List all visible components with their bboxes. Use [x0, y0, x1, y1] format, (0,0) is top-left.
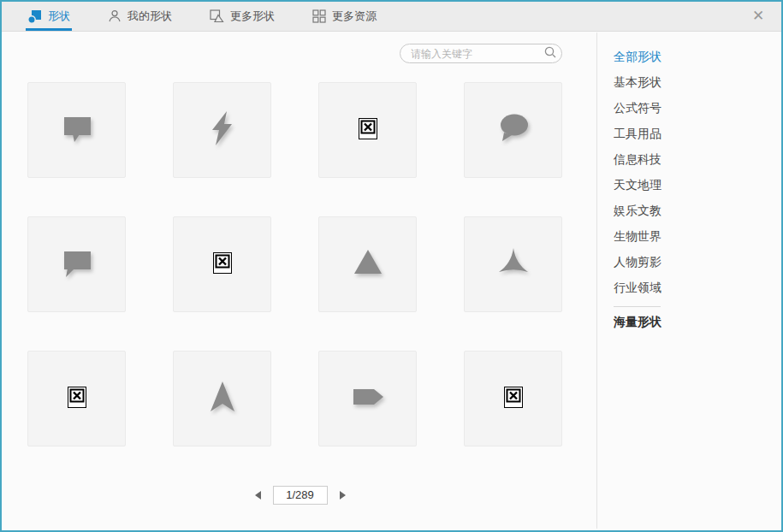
tab-more-resources[interactable]: 更多资源: [311, 2, 378, 31]
dart-arrow-up: [202, 376, 243, 421]
sidebar-category[interactable]: 公式符号: [597, 95, 780, 121]
sidebar-category[interactable]: 行业领域: [597, 275, 780, 300]
pagination: 1/289: [3, 486, 596, 505]
rect-callout-left: [56, 242, 98, 287]
sidebar-category[interactable]: 信息科技: [597, 146, 780, 172]
sidebar-category[interactable]: 基本形状: [597, 69, 780, 95]
pentagon-arrow-right: [347, 376, 389, 421]
shape-outline-icon: [210, 9, 224, 23]
tab-label: 我的形状: [128, 9, 172, 24]
missing-shape-placeholder: [213, 252, 232, 277]
person-icon: [108, 9, 122, 23]
shape-tile[interactable]: [464, 82, 562, 178]
tab-label: 形状: [48, 9, 70, 24]
sidebar-category[interactable]: 工具用品: [597, 121, 780, 146]
shape-tile[interactable]: [173, 216, 271, 312]
sidebar-category[interactable]: 人物剪影: [597, 249, 780, 275]
category-sidebar: 全部形状基本形状公式符号工具用品信息科技天文地理娱乐文教生物世界人物剪影行业领域…: [596, 33, 780, 529]
tricorn-concave-triangle: [493, 242, 534, 287]
sidebar-divider: [614, 306, 661, 307]
shape-tile[interactable]: [27, 351, 126, 446]
page-indicator[interactable]: 1/289: [273, 486, 328, 505]
search-box[interactable]: [400, 44, 562, 63]
prev-page-button[interactable]: [255, 491, 261, 499]
triangle-up: [347, 242, 389, 287]
shape-tile[interactable]: [173, 351, 271, 446]
lightning-bolt: [202, 108, 243, 152]
shape-tile[interactable]: [318, 216, 417, 312]
shape-tile[interactable]: [318, 351, 417, 446]
shape-grid: [27, 82, 562, 446]
tab-label: 更多资源: [332, 9, 377, 24]
main-panel: 1/289: [3, 33, 596, 529]
sidebar-category[interactable]: 娱乐文教: [597, 198, 780, 223]
missing-shape-placeholder: [504, 387, 523, 411]
window-body: 1/289 全部形状基本形状公式符号工具用品信息科技天文地理娱乐文教生物世界人物…: [3, 33, 780, 529]
shape-tile[interactable]: [464, 351, 562, 446]
shape-tile[interactable]: [464, 216, 562, 312]
close-icon[interactable]: ✕: [749, 7, 768, 26]
tab-label: 更多形状: [230, 9, 275, 24]
shape-tile[interactable]: [27, 216, 126, 312]
missing-shape-placeholder: [68, 387, 86, 411]
missing-shape-placeholder: [359, 118, 377, 143]
search-icon[interactable]: [543, 45, 557, 62]
sidebar-category[interactable]: 全部形状: [597, 44, 780, 69]
sidebar-category[interactable]: 天文地理: [597, 172, 780, 198]
oval-callout: [493, 108, 534, 152]
sidebar-item-massive-shapes[interactable]: 海量形状: [597, 309, 780, 334]
shape-library-window: 形状我的形状更多形状更多资源 ✕ 1/289 全部形状基本形状公式: [0, 0, 783, 532]
shape-tile[interactable]: [173, 82, 271, 178]
tab-shapes[interactable]: 形状: [26, 2, 72, 31]
search-input[interactable]: [411, 48, 543, 60]
shape-tile[interactable]: [318, 82, 417, 178]
grid-squares-icon: [312, 9, 326, 23]
tab-bar: 形状我的形状更多形状更多资源 ✕: [2, 2, 781, 32]
rect-callout-center: [56, 108, 98, 152]
sidebar-category[interactable]: 生物世界: [597, 223, 780, 249]
shapes-icon: [27, 9, 42, 24]
tab-more-shapes[interactable]: 更多形状: [208, 2, 276, 31]
next-page-button[interactable]: [340, 491, 346, 499]
shape-tile[interactable]: [27, 82, 126, 178]
tab-my-shapes[interactable]: 我的形状: [106, 2, 174, 31]
